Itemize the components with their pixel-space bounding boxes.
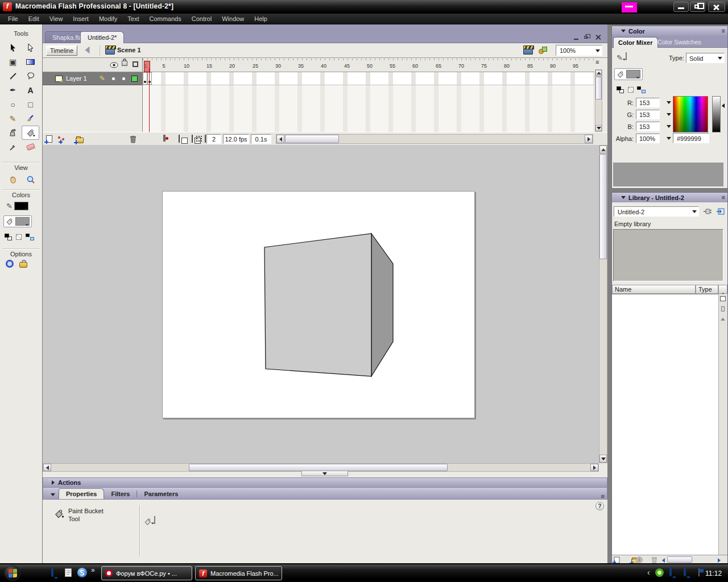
library-panel-menu-icon[interactable]: ≡ (722, 195, 725, 200)
properties-fill-color-swatch[interactable] (154, 516, 155, 524)
add-motion-guide-button[interactable] (57, 136, 65, 142)
scrollbar-thumb[interactable] (599, 154, 607, 259)
library-column-type[interactable]: Type (696, 285, 718, 294)
panel-collapse-handle[interactable] (301, 471, 348, 476)
tray-network-icon-2[interactable] (684, 567, 686, 576)
rectangle-tool[interactable]: □ (22, 97, 39, 111)
stroke-color-swatch[interactable] (14, 202, 28, 210)
onion-skin-outlines-button[interactable] (192, 135, 193, 143)
menu-help[interactable]: Help (249, 14, 272, 23)
elapsed-time-field[interactable]: 0.1s (251, 134, 271, 144)
scroll-up-icon[interactable] (597, 72, 601, 74)
red-slider-arrow-icon[interactable] (667, 101, 671, 104)
new-library-panel-button[interactable] (716, 207, 725, 215)
edit-symbols-button[interactable] (539, 47, 548, 55)
tab-parameters[interactable]: Parameters (137, 489, 185, 499)
library-item-list[interactable] (612, 294, 718, 555)
color-panel-menu-icon[interactable]: ≡ (722, 28, 725, 34)
subselection-tool[interactable] (22, 40, 39, 55)
layer-outline-color-swatch[interactable] (131, 76, 138, 82)
show-hide-layers-icon[interactable] (110, 62, 118, 68)
tray-keyboard-layout-flag[interactable] (698, 568, 700, 576)
document-close-button[interactable] (594, 34, 602, 41)
actions-panel-header[interactable]: Actions (43, 477, 607, 487)
collapse-arrow-icon[interactable] (621, 30, 626, 32)
scroll-left-icon[interactable] (46, 465, 49, 470)
properties-panel-menu-icon[interactable]: ≡ (601, 494, 605, 499)
delete-item-button[interactable] (651, 556, 658, 564)
green-value-field[interactable]: 153 (636, 110, 660, 119)
delete-layer-button[interactable] (129, 135, 137, 143)
brush-tool[interactable] (22, 111, 39, 126)
insert-layer-button[interactable] (46, 135, 52, 143)
black-white-icon[interactable] (617, 86, 624, 93)
scroll-left-icon[interactable] (662, 558, 665, 563)
blue-value-field[interactable]: 153 (636, 122, 660, 131)
expand-arrow-icon[interactable] (52, 480, 55, 485)
quicklaunch-document-icon[interactable] (65, 568, 72, 577)
library-column-name[interactable]: Name (612, 285, 696, 294)
line-tool[interactable] (4, 69, 22, 83)
swap-colors-icon[interactable] (637, 86, 646, 93)
menu-edit[interactable]: Edit (23, 14, 44, 23)
box-front-face[interactable] (264, 234, 371, 376)
menu-text[interactable]: Text (122, 14, 144, 23)
red-value-field[interactable]: 153 (636, 98, 660, 107)
no-color-icon[interactable] (628, 87, 634, 93)
menu-window[interactable]: Window (217, 14, 249, 23)
stroke-color-control[interactable]: ✎ (5, 201, 30, 211)
scroll-right-icon[interactable] (718, 558, 721, 563)
outline-layers-icon[interactable] (133, 61, 138, 67)
layer-name[interactable]: Layer 1 (66, 75, 87, 82)
zoom-tool[interactable] (22, 172, 39, 186)
gradient-transform-tool[interactable] (22, 55, 39, 69)
document-minimize-button[interactable] (573, 34, 581, 41)
no-color-icon[interactable] (16, 234, 22, 240)
alpha-value-field[interactable]: 100% (636, 134, 660, 143)
layer-frames-row[interactable] (143, 72, 594, 85)
frame-rate-field[interactable]: 12.0 fps (223, 134, 249, 144)
black-white-icon[interactable] (5, 234, 12, 240)
color-panel-header[interactable]: Color ≡ (612, 26, 727, 36)
minimize-button[interactable] (673, 2, 689, 12)
library-sort-button[interactable] (718, 285, 727, 294)
box-side-face[interactable] (371, 234, 393, 376)
scrollbar-thumb[interactable] (285, 135, 339, 143)
scrollbar-thumb[interactable] (595, 77, 602, 99)
playhead[interactable] (144, 61, 150, 72)
insert-layer-folder-button[interactable] (76, 138, 84, 143)
quicklaunch-overflow-chevron[interactable]: » (91, 566, 95, 574)
swap-colors-icon[interactable] (26, 234, 34, 240)
brightness-marker-icon[interactable] (722, 103, 725, 108)
current-frame-field[interactable]: 2 (206, 134, 221, 144)
fill-color-control[interactable] (3, 215, 32, 227)
stage-pasteboard[interactable] (43, 145, 599, 463)
keyframe-2[interactable] (147, 72, 152, 85)
tray-network-icon-1[interactable] (669, 567, 672, 576)
restore-button[interactable] (690, 2, 705, 12)
collapse-arrow-icon[interactable] (621, 196, 626, 199)
new-symbol-button[interactable] (614, 556, 620, 563)
tray-chevron[interactable]: ‹ (647, 568, 650, 577)
item-properties-button[interactable]: i (636, 556, 643, 563)
document-restore-button[interactable] (583, 34, 591, 41)
menu-file[interactable]: File (3, 14, 23, 23)
free-transform-tool[interactable]: ▣ (4, 55, 22, 69)
scroll-down-icon[interactable] (597, 127, 601, 130)
tray-icq-icon[interactable] (655, 568, 664, 577)
brightness-slider[interactable] (712, 96, 721, 132)
edit-scene-button[interactable] (523, 47, 533, 55)
quicklaunch-show-desktop-icon[interactable] (51, 568, 53, 577)
collapse-arrow-icon[interactable] (51, 493, 55, 496)
scroll-up-icon[interactable] (721, 318, 725, 321)
task-button-flash[interactable]: f Macromedia Flash Pro... (195, 566, 282, 580)
timeline-panel-menu-icon[interactable]: ≡ (595, 60, 599, 65)
frames-empty-area[interactable] (143, 85, 594, 132)
task-button-opera-forum[interactable]: Форум вФОСе.ру • ... (101, 566, 192, 580)
keyframe-1[interactable] (143, 72, 147, 85)
fill-color-control[interactable] (614, 68, 643, 80)
stroke-color-swatch[interactable] (626, 52, 627, 60)
scroll-up-icon[interactable] (601, 148, 606, 151)
pencil-tool[interactable]: ✎ (4, 111, 22, 126)
scroll-down-icon[interactable] (601, 458, 606, 460)
